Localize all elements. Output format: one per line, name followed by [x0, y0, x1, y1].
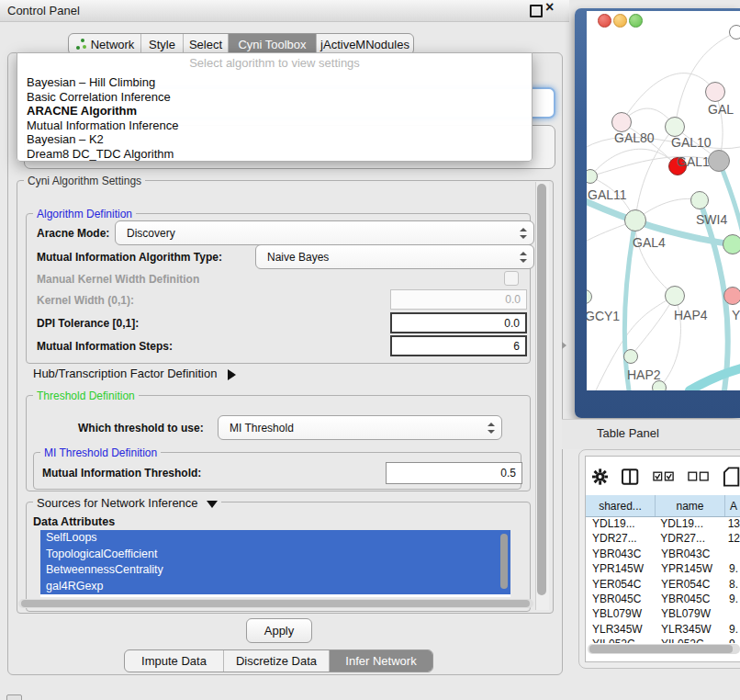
tab-style[interactable]: Style	[141, 34, 184, 54]
dpi-tolerance-field[interactable]: 0.0	[390, 312, 527, 333]
table-cell: YLR345W	[656, 622, 725, 637]
column-header-shared[interactable]: shared...	[586, 495, 656, 516]
table-cell: 9.	[725, 561, 738, 576]
table-row[interactable]: YPR145WYPR145W9.	[586, 561, 740, 576]
column-header-name[interactable]: name	[656, 495, 725, 516]
mi-steps-label: Mutual Information Steps:	[37, 340, 173, 353]
expanded-arrow-icon	[207, 501, 218, 508]
manual-kernel-checkbox[interactable]	[504, 271, 519, 286]
attribute-item-topologicalcoefficient[interactable]: TopologicalCoefficient	[40, 547, 510, 563]
aracne-mode-combobox[interactable]: Discovery	[115, 220, 534, 245]
horizontal-scrollbar-thumb[interactable]	[21, 600, 530, 607]
minimized-panel-icon[interactable]	[6, 694, 22, 700]
algorithm-option-mutual-information-inference[interactable]: Mutual Information Inference	[17, 119, 532, 133]
tab-select[interactable]: Select	[184, 34, 229, 54]
network-node[interactable]	[705, 82, 725, 102]
table-row[interactable]: YBL079WYBL079W	[586, 606, 740, 621]
which-threshold-value: MI Threshold	[230, 422, 294, 435]
table-cell: YER054C	[586, 577, 656, 592]
mi-type-value: Naive Bayes	[267, 251, 329, 264]
network-node[interactable]	[623, 349, 638, 364]
settings-scrollbar-thumb[interactable]	[537, 184, 546, 595]
threshold-title: Threshold Definition	[33, 390, 139, 402]
tab-network[interactable]: Network	[69, 34, 141, 54]
network-canvas[interactable]: GALGAL80GAL10GAL1GAL11SWI4GAL4GCY1HAP4YH…	[587, 11, 740, 390]
split-columns-icon[interactable]	[622, 469, 638, 485]
network-node[interactable]	[708, 150, 730, 172]
table-cell: YDR27...	[586, 531, 655, 546]
mi-threshold-field[interactable]: 0.5	[386, 462, 522, 484]
mi-type-combobox[interactable]: Naive Bayes	[255, 244, 534, 269]
attribute-item-gal4rgexp[interactable]: gal4RGexp	[40, 579, 510, 595]
hub-definition-label: Hub/Transcription Factor Definition	[33, 367, 217, 380]
table-horizontal-scrollbar-thumb[interactable]	[589, 645, 733, 653]
bottom-tab-discretize-data[interactable]: Discretize Data	[224, 650, 330, 672]
table-cell	[725, 606, 729, 621]
tab-label: jActiveMNodules	[320, 38, 409, 51]
algorithm-option-aracne-algorithm[interactable]: ARACNE Algorithm	[17, 104, 532, 119]
table-row[interactable]: YLR345WYLR345W9.	[586, 622, 740, 637]
tab-label: Select	[189, 38, 222, 51]
apply-button[interactable]: Apply	[246, 618, 312, 643]
sources-title-wrap[interactable]: Sources for Network Inference	[33, 496, 221, 510]
table-cell: 9.	[725, 622, 738, 637]
table-panel-title: Table Panel	[597, 426, 659, 440]
network-node[interactable]	[690, 191, 709, 209]
tab-cyni-toolbox[interactable]: Cyni Toolbox	[229, 34, 317, 54]
table-body: YDL19...YDL19...13YDR27...YDR27...12YBR0…	[586, 516, 740, 643]
which-threshold-combobox[interactable]: MI Threshold	[218, 415, 502, 440]
table-cell: 9.	[725, 592, 738, 606]
network-node[interactable]	[723, 234, 740, 254]
table-row[interactable]: YDR27...YDR27...12	[586, 531, 740, 546]
attribute-item-selfloops[interactable]: SelfLoops	[40, 530, 510, 547]
table-row[interactable]: YBR043CYBR043C	[586, 547, 740, 561]
algorithm-option-dream8-dc-tdc-algorithm[interactable]: Dream8 DC_TDC Algorithm	[17, 147, 532, 162]
column-header-partial[interactable]: A	[725, 495, 740, 516]
network-node[interactable]	[624, 209, 646, 231]
dpi-tolerance-label: DPI Tolerance [0,1]:	[37, 317, 139, 330]
network-node[interactable]	[665, 286, 685, 306]
mi-steps-field[interactable]: 6	[390, 335, 527, 356]
table-cell: YPR145W	[656, 561, 725, 576]
kernel-width-field[interactable]: 0.0	[390, 289, 527, 310]
settings-gear-icon[interactable]	[592, 469, 608, 485]
network-node[interactable]	[611, 112, 632, 132]
algorithm-dropdown-menu: Select algorithm to view settings Bayesi…	[17, 52, 533, 162]
table-horizontal-scrollbar[interactable]	[588, 644, 740, 654]
algorithm-definition-title: Algorithm Definition	[33, 208, 136, 220]
table-row[interactable]: YDL19...YDL19...13	[586, 516, 740, 531]
partial-table-icon[interactable]	[723, 467, 740, 487]
network-node[interactable]	[723, 287, 740, 305]
splitter-arrow-icon[interactable]	[562, 342, 566, 349]
node-label-gal4: GAL4	[633, 235, 666, 250]
bottom-tab-infer-network[interactable]: Infer Network	[330, 650, 432, 672]
network-node[interactable]	[729, 25, 740, 40]
control-panel-titlebar	[0, 0, 569, 22]
dropdown-placeholder: Select algorithm to view settings	[17, 53, 532, 75]
attribute-item-betweennesscentrality[interactable]: BetweennessCentrality	[40, 562, 510, 579]
combo-spinner-icon	[487, 423, 494, 434]
data-attributes-list[interactable]: SelfLoopsTopologicalCoefficientBetweenne…	[40, 530, 510, 597]
algorithm-option-basic-correlation-inference[interactable]: Basic Correlation Inference	[17, 90, 532, 105]
network-node[interactable]	[665, 117, 685, 137]
table-cell: YBR043C	[586, 547, 656, 561]
algorithm-option-bayesian-hill-climbing[interactable]: Bayesian – Hill Climbing	[17, 75, 532, 90]
bottom-tab-impute-data[interactable]: Impute Data	[125, 650, 224, 672]
table-header: shared... name A	[586, 495, 740, 517]
tab-jactivemnodules[interactable]: jActiveMNodules	[317, 34, 413, 54]
table-row[interactable]: YBR045CYBR045C9.	[586, 592, 740, 606]
algorithm-option-bayesian-k2[interactable]: Bayesian – K2	[17, 132, 532, 147]
sources-title: Sources for Network Inference	[37, 496, 198, 510]
table-row[interactable]: YER054CYER054C8.	[586, 577, 740, 592]
close-icon[interactable]: ×	[545, 0, 554, 16]
kernel-width-label: Kernel Width (0,1):	[37, 294, 134, 307]
float-icon[interactable]	[530, 5, 543, 17]
hub-definition-toggle[interactable]: Hub/Transcription Factor Definition	[33, 367, 236, 380]
unchecked-pair-icon[interactable]	[688, 471, 709, 482]
table-cell: 12	[724, 531, 740, 546]
table-row[interactable]: YIL052CYIL052C9.	[586, 637, 740, 643]
tab-label: Cyni Toolbox	[238, 38, 306, 51]
list-scrollbar-thumb[interactable]	[500, 534, 508, 589]
checked-pair-icon[interactable]	[653, 471, 674, 482]
horizontal-scrollbar[interactable]	[18, 599, 533, 608]
